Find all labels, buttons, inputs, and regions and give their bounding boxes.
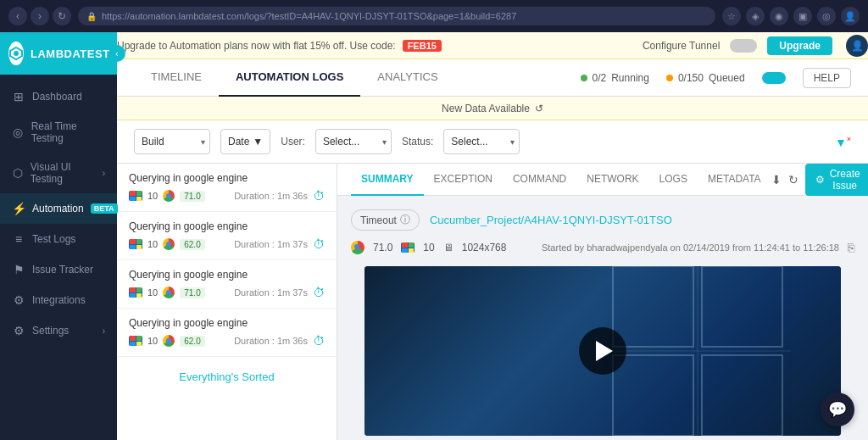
refresh-icon[interactable]: ↺	[535, 103, 543, 114]
queued-status: 0/150 Queued	[666, 72, 745, 84]
list-item[interactable]: Querying in google engine 10 71.0 Durati…	[117, 164, 337, 212]
timeout-label: Timeout	[360, 214, 397, 226]
upgrade-button[interactable]: Upgrade	[767, 36, 832, 55]
refresh-button[interactable]: ↻	[53, 7, 71, 25]
date-filter[interactable]: Date ▼	[220, 129, 270, 154]
browser-version: 71.0	[180, 287, 204, 298]
sidebar-collapse-button[interactable]: ‹	[108, 45, 125, 62]
running-status: 0/2 Running	[581, 72, 649, 84]
copy-icon[interactable]: ⎘	[848, 241, 854, 254]
tab-summary[interactable]: SUMMARY	[351, 164, 424, 196]
status-select[interactable]: Select...	[443, 129, 520, 154]
tab-timeline[interactable]: TIMELINE	[134, 59, 219, 97]
build-select[interactable]: Build	[134, 129, 210, 154]
forward-button[interactable]: ›	[31, 7, 49, 25]
windows-icon	[129, 336, 142, 346]
create-issue-button[interactable]: ⚙ Create Issue	[805, 164, 868, 196]
user-avatar[interactable]: 👤	[846, 35, 868, 57]
os-version: 10	[147, 336, 158, 346]
test-list-panel: Querying in google engine 10 71.0 Durati…	[117, 164, 337, 440]
test-id-link[interactable]: Cucumber_Project/A4HAV-1QNYI-DJSYT-01TSO	[430, 214, 672, 226]
svg-rect-5	[702, 355, 782, 436]
chat-button[interactable]: 💬	[821, 393, 854, 426]
list-item[interactable]: Querying in google engine 10 62.0 Durati…	[117, 309, 337, 357]
chrome-icon	[163, 287, 175, 298]
logo-icon	[8, 42, 24, 65]
main-layout: LAMBDATEST ‹ ⊞ Dashboard ◎ Real Time Tes…	[0, 32, 868, 440]
settings-icon: ⚙	[12, 324, 25, 337]
top-actions: ☆ ◈ ◉ ▣ ◎ 👤	[722, 7, 860, 25]
sidebar-item-automation[interactable]: ⚡ Automation BETA	[0, 193, 117, 224]
running-dot	[581, 75, 587, 81]
test-meta: 10 71.0 Duration : 1m 37s ⏱	[129, 286, 325, 299]
sidebar-item-settings[interactable]: ⚙ Settings ›	[0, 315, 117, 346]
running-label: Running	[611, 72, 649, 84]
dashboard-icon: ⊞	[12, 90, 25, 103]
list-item[interactable]: Querying in google engine 10 71.0 Durati…	[117, 260, 337, 309]
sidebar-item-dashboard[interactable]: ⊞ Dashboard	[0, 81, 117, 112]
tab-metadata[interactable]: METADATA	[698, 164, 771, 196]
ext-icon-1[interactable]: ◈	[746, 7, 765, 25]
os-version: 10	[147, 239, 158, 249]
sidebar-item-label: Real Time Testing	[31, 120, 105, 144]
os-version: 10	[423, 242, 434, 253]
timeout-badge: Timeout ⓘ	[351, 209, 420, 231]
sidebar-item-label: Settings	[32, 325, 69, 337]
browser-toolbar: ‹ › ↻ 🔒 https://automation.lambdatest.co…	[0, 0, 868, 32]
tab-automation-logs[interactable]: AUTOMATION LOGS	[219, 59, 360, 97]
chrome-icon	[163, 238, 175, 250]
running-count: 0/2	[593, 72, 607, 84]
test-logs-icon: ≡	[12, 232, 25, 246]
build-select-wrapper: Build	[134, 129, 210, 154]
browser-version: 71.0	[373, 242, 392, 253]
tab-command[interactable]: COMMAND	[503, 164, 576, 196]
sidebar-item-label: Dashboard	[32, 91, 82, 103]
download-icon[interactable]: ⬇	[771, 173, 782, 187]
ext-icon-2[interactable]: ◉	[770, 7, 788, 25]
test-duration: Duration : 1m 36s	[234, 191, 308, 201]
status-toggle[interactable]	[762, 72, 786, 84]
tab-analytics[interactable]: ANALYTICS	[360, 59, 454, 97]
svg-rect-3	[702, 266, 782, 347]
refresh-icon[interactable]: ↻	[788, 173, 798, 187]
right-tabs: SUMMARY EXCEPTION COMMAND NETWORK LOGS	[337, 164, 868, 196]
notification-bar: Upgrade to Automation plans now with fla…	[117, 32, 868, 59]
ext-icon-4[interactable]: ◎	[817, 7, 836, 25]
logo-text: LAMBDATEST	[31, 47, 110, 60]
tab-nav: TIMELINE AUTOMATION LOGS ANALYTICS	[134, 59, 581, 97]
help-button[interactable]: HELP	[803, 68, 851, 88]
queued-label: Queued	[709, 72, 745, 84]
bookmark-icon[interactable]: ☆	[722, 7, 741, 25]
sidebar-item-test-logs[interactable]: ≡ Test Logs	[0, 224, 117, 254]
sidebar-item-issue-tracker[interactable]: ⚑ Issue Tracker	[0, 254, 117, 285]
list-item[interactable]: Querying in google engine 10 62.0 Durati…	[117, 212, 337, 260]
video-player[interactable]	[364, 266, 841, 436]
chevron-down-icon: ›	[103, 169, 105, 178]
new-data-banner: New Data Available ↺	[117, 97, 868, 120]
tab-exception[interactable]: EXCEPTION	[424, 164, 503, 196]
sidebar-item-real-time-testing[interactable]: ◎ Real Time Testing	[0, 112, 117, 153]
sidebar-item-label: Issue Tracker	[32, 264, 93, 276]
sidebar-nav: ⊞ Dashboard ◎ Real Time Testing ⬡ Visual…	[0, 75, 117, 440]
status-select-wrapper: Select...	[443, 129, 520, 154]
timeout-row: Timeout ⓘ Cucumber_Project/A4HAV-1QNYI-D…	[351, 209, 854, 231]
sidebar-item-visual-ui-testing[interactable]: ⬡ Visual UI Testing ›	[0, 153, 117, 193]
sidebar-logo: LAMBDATEST ‹	[0, 32, 117, 75]
user-select[interactable]: Select...	[315, 129, 392, 154]
tab-status: 0/2 Running 0/150 Queued HELP	[581, 68, 851, 88]
tunnel-toggle[interactable]	[730, 39, 757, 53]
new-data-text: New Data Available	[442, 103, 530, 114]
user-select-wrapper: Select...	[315, 129, 392, 154]
tab-logs[interactable]: LOGS	[649, 164, 698, 196]
sidebar-item-integrations[interactable]: ⚙ Integrations	[0, 285, 117, 315]
ext-icon-3[interactable]: ▣	[793, 7, 812, 25]
filter-funnel-icon[interactable]: ▼×	[835, 135, 851, 149]
chrome-icon	[351, 241, 364, 254]
address-bar[interactable]: 🔒 https://automation.lambdatest.com/logs…	[78, 7, 715, 25]
back-button[interactable]: ‹	[8, 7, 27, 25]
tab-network[interactable]: NETWORK	[576, 164, 648, 196]
svg-rect-2	[613, 266, 693, 347]
test-meta: 10 62.0 Duration : 1m 36s ⏱	[129, 334, 325, 348]
profile-icon[interactable]: 👤	[841, 7, 860, 25]
play-button[interactable]	[579, 327, 626, 375]
